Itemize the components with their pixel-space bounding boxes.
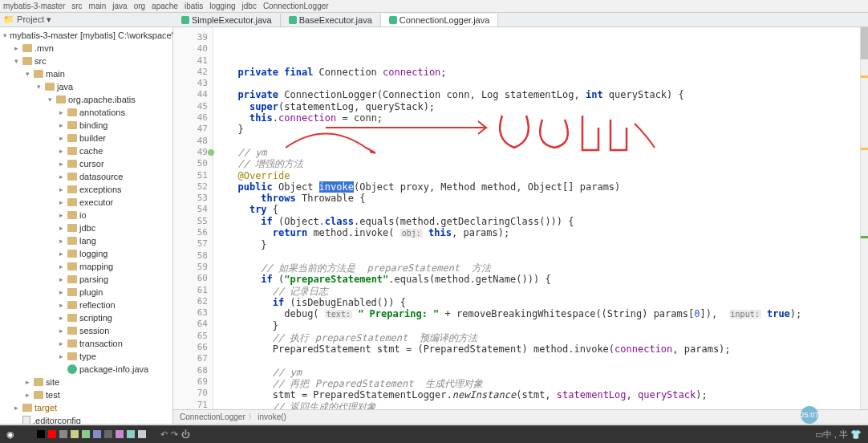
- code-line[interactable]: [226, 136, 860, 147]
- chevron-icon[interactable]: ▸: [59, 288, 67, 296]
- code-line[interactable]: throws Throwable {: [226, 193, 860, 204]
- chevron-icon[interactable]: ▸: [59, 185, 67, 193]
- code-line[interactable]: return method.invoke( obj: this, params)…: [226, 227, 860, 239]
- tree-item[interactable]: ▸reflection: [0, 299, 172, 311]
- chevron-icon[interactable]: ▸: [59, 134, 67, 142]
- undo-icon[interactable]: ↶: [160, 429, 168, 440]
- power-icon[interactable]: ⏻: [181, 429, 190, 439]
- code-line[interactable]: }: [226, 239, 860, 250]
- chevron-icon[interactable]: ▸: [59, 173, 67, 181]
- tree-item[interactable]: ▸exceptions: [0, 183, 172, 196]
- tree-item[interactable]: ▸target: [0, 401, 172, 414]
- editor-breadcrumb[interactable]: ConnectionLogger 〉 invoke(): [173, 409, 868, 424]
- editor-tab[interactable]: ConnectionLogger.java: [381, 14, 499, 26]
- code-line[interactable]: // ym: [226, 367, 860, 378]
- code-line[interactable]: [226, 355, 860, 366]
- tree-item[interactable]: ▾src: [0, 55, 172, 67]
- chevron-icon[interactable]: ▾: [3, 31, 7, 39]
- tree-item[interactable]: ▸scripting: [0, 311, 172, 324]
- chevron-icon[interactable]: ▾: [26, 70, 34, 78]
- chevron-icon[interactable]: ▸: [59, 211, 67, 219]
- code-line[interactable]: [226, 78, 860, 89]
- redo-icon[interactable]: ↷: [171, 429, 178, 440]
- tree-item[interactable]: ▸cursor: [0, 157, 172, 170]
- chevron-icon[interactable]: ▸: [59, 250, 67, 258]
- tree-item[interactable]: ▾mybatis-3-master [mybatis] C:\workspace…: [0, 29, 172, 42]
- code-area[interactable]: private final Connection connection; pri…: [213, 27, 860, 424]
- code-line[interactable]: @Override: [226, 170, 860, 181]
- code-line[interactable]: if (Object.class.equals(method.getDeclar…: [226, 216, 860, 227]
- tree-item[interactable]: ▸io: [0, 209, 172, 222]
- chevron-icon[interactable]: ▸: [59, 275, 67, 283]
- code-editor[interactable]: 3940414243444546474849505152535455565758…: [173, 27, 868, 424]
- code-line[interactable]: // 增强的方法: [226, 158, 860, 169]
- start-icon[interactable]: ◉: [6, 429, 14, 440]
- code-line[interactable]: // 记录日志: [226, 286, 860, 297]
- code-line[interactable]: }: [226, 124, 860, 135]
- timer-badge[interactable]: 25:07: [801, 406, 818, 424]
- tree-item[interactable]: ▸plugin: [0, 286, 172, 299]
- tree-item[interactable]: ▾org.apache.ibatis: [0, 93, 172, 106]
- tree-item[interactable]: .editorconfig: [0, 414, 172, 424]
- code-line[interactable]: }: [226, 320, 860, 331]
- tree-item[interactable]: ▸type: [0, 350, 172, 363]
- chevron-icon[interactable]: ▸: [59, 237, 67, 245]
- code-line[interactable]: // 执行 prepareStatement 预编译的方法: [226, 332, 860, 343]
- tree-item[interactable]: ▸site: [0, 376, 172, 388]
- tree-item[interactable]: ▸annotations: [0, 106, 172, 119]
- tree-item[interactable]: package-info.java: [0, 363, 172, 376]
- project-tool-label[interactable]: 📁 Project ▾: [0, 14, 173, 25]
- chevron-icon[interactable]: ▸: [59, 352, 67, 360]
- tree-item[interactable]: ▸session: [0, 324, 172, 337]
- code-line[interactable]: // 如果当前的方法是 prepareStatement 方法: [226, 262, 860, 274]
- tree-item[interactable]: ▸jdbc: [0, 222, 172, 234]
- code-line[interactable]: if (isDebugEnabled()) {: [226, 297, 860, 308]
- code-line[interactable]: try {: [226, 204, 860, 215]
- tree-item[interactable]: ▸builder: [0, 132, 172, 144]
- tree-item[interactable]: ▸logging: [0, 247, 172, 260]
- tree-item[interactable]: ▸parsing: [0, 273, 172, 286]
- code-line[interactable]: [226, 251, 860, 262]
- tree-item[interactable]: ▸.mvn: [0, 42, 172, 55]
- tree-item[interactable]: ▸binding: [0, 119, 172, 132]
- code-line[interactable]: // 再把 PreparedStatement 生成代理对象: [226, 378, 860, 389]
- chevron-icon[interactable]: ▸: [59, 198, 67, 206]
- code-line[interactable]: private final Connection connection;: [226, 67, 860, 78]
- tray-icon[interactable]: ▭中 , 半 👕: [815, 429, 862, 441]
- code-line[interactable]: debug( text: " Preparing: " + removeBrea…: [226, 308, 860, 320]
- scroll-thumb[interactable]: [861, 27, 868, 59]
- project-tree[interactable]: ▾mybatis-3-master [mybatis] C:\workspace…: [0, 27, 173, 424]
- tree-item[interactable]: ▾main: [0, 67, 172, 80]
- tree-item[interactable]: ▸cache: [0, 144, 172, 157]
- chevron-icon[interactable]: ▸: [26, 378, 34, 386]
- code-line[interactable]: this.connection = conn;: [226, 112, 860, 124]
- chevron-icon[interactable]: ▾: [37, 83, 45, 91]
- chevron-icon[interactable]: ▸: [59, 301, 67, 309]
- code-line[interactable]: PreparedStatement stmt = (PreparedStatem…: [226, 343, 860, 355]
- chevron-icon[interactable]: ▸: [59, 314, 67, 322]
- tree-item[interactable]: ▸test: [0, 388, 172, 401]
- chevron-icon[interactable]: ▸: [59, 147, 67, 155]
- chevron-icon[interactable]: ▸: [59, 160, 67, 168]
- chevron-icon[interactable]: ▸: [14, 44, 22, 52]
- os-taskbar[interactable]: ◉ ↶ ↷ ⏻ ▭中 , 半 👕: [0, 425, 868, 443]
- scrollbar[interactable]: [860, 27, 868, 424]
- chevron-icon[interactable]: ▸: [14, 404, 22, 412]
- code-line[interactable]: super(statementLog, queryStack);: [226, 101, 860, 112]
- code-line[interactable]: // ym: [226, 147, 860, 158]
- code-line[interactable]: stmt = PreparedStatementLogger.newInstan…: [226, 389, 860, 400]
- tree-item[interactable]: ▸transaction: [0, 337, 172, 350]
- code-line[interactable]: public Object invoke(Object proxy, Metho…: [226, 181, 860, 193]
- chevron-icon[interactable]: ▸: [59, 121, 67, 129]
- tree-item[interactable]: ▾java: [0, 80, 172, 93]
- chevron-icon[interactable]: ▸: [59, 224, 67, 232]
- chevron-icon[interactable]: ▸: [59, 339, 67, 347]
- tree-item[interactable]: ▸mapping: [0, 260, 172, 273]
- chevron-icon[interactable]: ▸: [59, 327, 67, 335]
- tree-item[interactable]: ▸lang: [0, 234, 172, 247]
- tree-item[interactable]: ▸executor: [0, 196, 172, 209]
- chevron-icon[interactable]: ▾: [14, 57, 22, 65]
- chevron-icon[interactable]: ▾: [48, 96, 56, 104]
- editor-tab[interactable]: BaseExecutor.java: [281, 14, 381, 26]
- chevron-icon[interactable]: ▸: [59, 108, 67, 116]
